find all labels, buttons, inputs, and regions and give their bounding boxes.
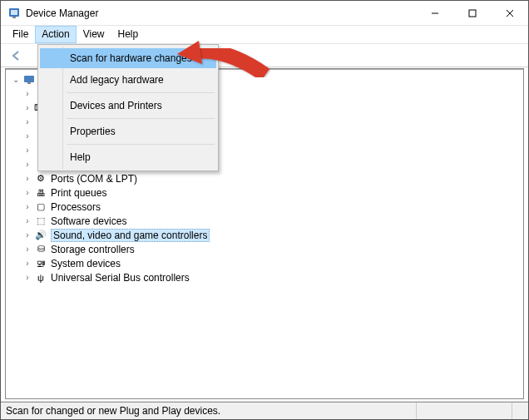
device-label: Software devices bbox=[51, 215, 126, 227]
expand-icon[interactable]: › bbox=[22, 117, 32, 127]
device-label: Storage controllers bbox=[51, 244, 135, 255]
expand-icon[interactable]: › bbox=[22, 131, 32, 141]
svg-rect-7 bbox=[24, 76, 34, 82]
device-category[interactable]: ›🔊Sound, video and game controllers bbox=[22, 228, 523, 242]
device-category[interactable]: ›▢Processors bbox=[22, 200, 523, 214]
menu-file[interactable]: File bbox=[6, 26, 35, 43]
menu-item-scan-for-hardware-changes[interactable]: Scan for hardware changes bbox=[40, 48, 216, 68]
svg-rect-2 bbox=[12, 17, 16, 18]
expand-icon[interactable]: › bbox=[22, 245, 32, 254]
device-category[interactable]: ›🖶Print queues bbox=[22, 185, 523, 200]
device-label: Sound, video and game controllers bbox=[51, 229, 210, 242]
cpu-icon: ▢ bbox=[34, 200, 47, 214]
usb-icon: ψ bbox=[34, 271, 47, 284]
device-category[interactable]: ›⛁Storage controllers bbox=[22, 242, 523, 256]
titlebar: Device Manager bbox=[1, 1, 528, 26]
computer-icon bbox=[22, 73, 36, 86]
software-icon: ⬚ bbox=[34, 215, 47, 228]
system-icon: 🖳 bbox=[34, 257, 47, 270]
menu-view[interactable]: View bbox=[77, 26, 111, 43]
printer-icon: 🖶 bbox=[34, 186, 47, 200]
device-category[interactable]: ›🖳System devices bbox=[22, 256, 523, 270]
device-label: Print queues bbox=[51, 187, 106, 199]
menu-separator bbox=[67, 92, 215, 93]
expand-icon[interactable]: › bbox=[22, 146, 32, 156]
expand-icon[interactable]: › bbox=[22, 188, 32, 198]
expand-icon[interactable]: › bbox=[22, 216, 32, 226]
status-segment bbox=[512, 403, 528, 419]
menu-help[interactable]: Help bbox=[111, 26, 146, 43]
svg-rect-4 bbox=[469, 10, 476, 17]
expand-icon[interactable]: › bbox=[22, 103, 32, 113]
device-label: Ports (COM & LPT) bbox=[51, 173, 137, 185]
menu-separator bbox=[67, 118, 215, 119]
port-icon: ⚙ bbox=[34, 172, 47, 185]
statusbar: Scan for changed or new Plug and Play de… bbox=[1, 401, 528, 419]
storage-icon: ⛁ bbox=[34, 243, 47, 256]
svg-rect-8 bbox=[27, 82, 31, 84]
expand-icon[interactable]: › bbox=[22, 273, 32, 283]
expand-icon[interactable]: › bbox=[22, 89, 32, 99]
action-menu-dropdown: Scan for hardware changesAdd legacy hard… bbox=[37, 44, 219, 171]
expand-icon[interactable]: › bbox=[22, 202, 32, 212]
sound-icon: 🔊 bbox=[34, 229, 47, 242]
menu-item-help[interactable]: Help bbox=[40, 147, 216, 167]
device-label: System devices bbox=[51, 258, 121, 269]
svg-rect-1 bbox=[11, 10, 17, 15]
collapse-icon[interactable]: ⌄ bbox=[11, 75, 21, 85]
menu-action[interactable]: Action bbox=[35, 26, 76, 43]
window-controls bbox=[416, 1, 528, 25]
menu-separator bbox=[67, 144, 215, 145]
expand-icon[interactable]: › bbox=[22, 160, 32, 170]
close-button[interactable] bbox=[491, 1, 528, 25]
device-label: Processors bbox=[51, 201, 101, 213]
device-label: Universal Serial Bus controllers bbox=[51, 272, 190, 284]
menu-item-devices-and-printers[interactable]: Devices and Printers bbox=[40, 96, 216, 116]
device-category[interactable]: ›ψUniversal Serial Bus controllers bbox=[22, 270, 523, 284]
back-button[interactable] bbox=[7, 47, 26, 65]
status-segment bbox=[416, 403, 512, 419]
device-category[interactable]: ›⚙Ports (COM & LPT) bbox=[22, 171, 523, 185]
window-title: Device Manager bbox=[26, 7, 416, 19]
menubar: FileActionViewHelp bbox=[1, 26, 528, 44]
minimize-button[interactable] bbox=[416, 1, 453, 25]
menu-item-add-legacy-hardware[interactable]: Add legacy hardware bbox=[40, 70, 216, 90]
maximize-button[interactable] bbox=[453, 1, 491, 25]
device-category[interactable]: ›⬚Software devices bbox=[22, 214, 523, 228]
expand-icon[interactable]: › bbox=[22, 259, 32, 269]
expand-icon[interactable]: › bbox=[22, 174, 32, 184]
app-icon bbox=[7, 7, 21, 20]
menu-item-properties[interactable]: Properties bbox=[40, 121, 216, 141]
expand-icon[interactable]: › bbox=[22, 230, 32, 240]
status-text: Scan for changed or new Plug and Play de… bbox=[6, 405, 220, 417]
